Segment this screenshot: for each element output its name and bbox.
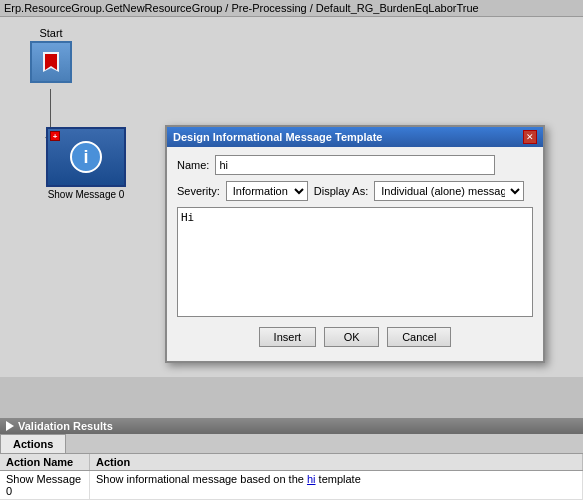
validation-title: Validation Results — [18, 420, 113, 432]
th-action-name: Action Name — [0, 454, 90, 470]
actions-table: Action Name Action Show Message 0 Show i… — [0, 454, 583, 500]
bottom-panel: Validation Results Actions Action Name A… — [0, 418, 583, 500]
severity-select[interactable]: Information Warning Error — [226, 181, 308, 201]
modal-buttons: Insert OK Cancel — [177, 327, 533, 353]
actions-tabs: Actions — [0, 434, 583, 454]
display-as-label: Display As: — [314, 185, 368, 197]
cancel-button[interactable]: Cancel — [387, 327, 451, 347]
table-header: Action Name Action — [0, 454, 583, 471]
severity-row: Severity: Information Warning Error Disp… — [177, 181, 533, 201]
td-action: Show informational message based on the … — [90, 471, 583, 499]
ok-button[interactable]: OK — [324, 327, 379, 347]
validation-header: Validation Results — [0, 418, 583, 434]
name-input[interactable] — [215, 155, 495, 175]
severity-label: Severity: — [177, 185, 220, 197]
action-suffix: template — [316, 473, 361, 485]
th-action: Action — [90, 454, 583, 470]
modal-titlebar: Design Informational Message Template ✕ — [167, 127, 543, 147]
modal-overlay: Design Informational Message Template ✕ … — [0, 17, 583, 377]
modal-dialog: Design Informational Message Template ✕ … — [165, 125, 545, 363]
modal-title: Design Informational Message Template — [173, 131, 382, 143]
display-as-select[interactable]: Individual (alone) message Grouped messa… — [374, 181, 524, 201]
modal-body: Name: Severity: Information Warning Erro… — [167, 147, 543, 361]
td-action-name: Show Message 0 — [0, 471, 90, 499]
modal-close-button[interactable]: ✕ — [523, 130, 537, 144]
message-textarea[interactable]: Hi — [177, 207, 533, 317]
action-prefix: Show informational message based on the — [96, 473, 307, 485]
action-link[interactable]: hi — [307, 473, 316, 485]
name-row: Name: — [177, 155, 533, 175]
table-row: Show Message 0 Show informational messag… — [0, 471, 583, 500]
canvas-area: Start i + Show Message 0 Design In — [0, 17, 583, 377]
tab-actions[interactable]: Actions — [0, 434, 66, 453]
insert-button[interactable]: Insert — [259, 327, 317, 347]
breadcrumb: Erp.ResourceGroup.GetNewResourceGroup / … — [0, 0, 583, 17]
validation-collapse-icon[interactable] — [6, 421, 14, 431]
name-label: Name: — [177, 159, 209, 171]
